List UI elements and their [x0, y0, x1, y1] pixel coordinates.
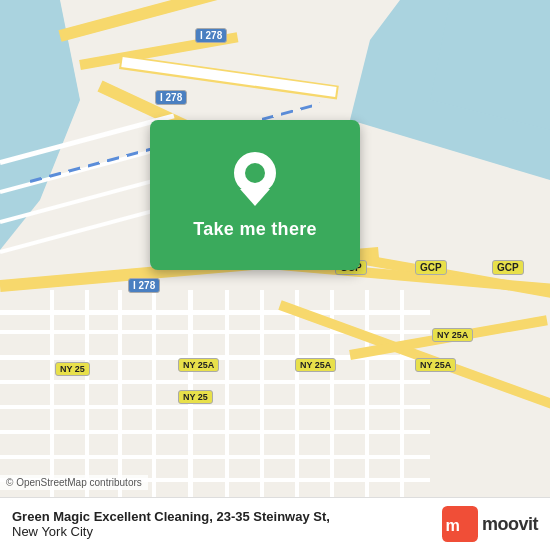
take-me-there-button[interactable]: Take me there	[150, 120, 360, 270]
road-badge-ny25a-2: NY 25A	[178, 358, 219, 372]
moovit-logo: m moovit	[442, 506, 538, 542]
road-badge-i278-bot: I 278	[128, 278, 160, 293]
road-badge-ny25-1: NY 25	[55, 362, 90, 376]
location-line1: Green Magic Excellent Cleaning, 23-35 St…	[12, 509, 330, 524]
location-line2: New York City	[12, 524, 330, 539]
road-badge-ny25a-5: NY 25A	[415, 358, 456, 372]
svg-point-1	[245, 163, 265, 183]
location-info: Green Magic Excellent Cleaning, 23-35 St…	[12, 509, 330, 539]
moovit-text: moovit	[482, 514, 538, 535]
copyright-notice: © OpenStreetMap contributors	[0, 475, 148, 490]
road-badge-ny25a-4: NY 25A	[295, 358, 336, 372]
map-background: I 278 I 278 I 278 GCP GCP GCP NY 25 NY 2…	[0, 0, 550, 550]
i278-road-top-outline	[121, 57, 336, 97]
road-badge-ny25a-6: NY 25A	[432, 328, 473, 342]
road-badge-gcp2: GCP	[415, 260, 447, 275]
copyright-text: © OpenStreetMap contributors	[6, 477, 142, 488]
take-me-there-label: Take me there	[193, 219, 317, 240]
road-badge-ny25-3: NY 25	[178, 390, 213, 404]
road-badge-i278-mid: I 278	[155, 90, 187, 105]
svg-text:m: m	[446, 516, 460, 534]
moovit-icon: m	[442, 506, 478, 542]
bottom-bar: Green Magic Excellent Cleaning, 23-35 St…	[0, 497, 550, 550]
road-badge-i278-top: I 278	[195, 28, 227, 43]
location-pin-icon	[230, 151, 280, 211]
road-badge-gcp3: GCP	[492, 260, 524, 275]
svg-marker-2	[240, 189, 270, 206]
map-container: I 278 I 278 I 278 GCP GCP GCP NY 25 NY 2…	[0, 0, 550, 550]
